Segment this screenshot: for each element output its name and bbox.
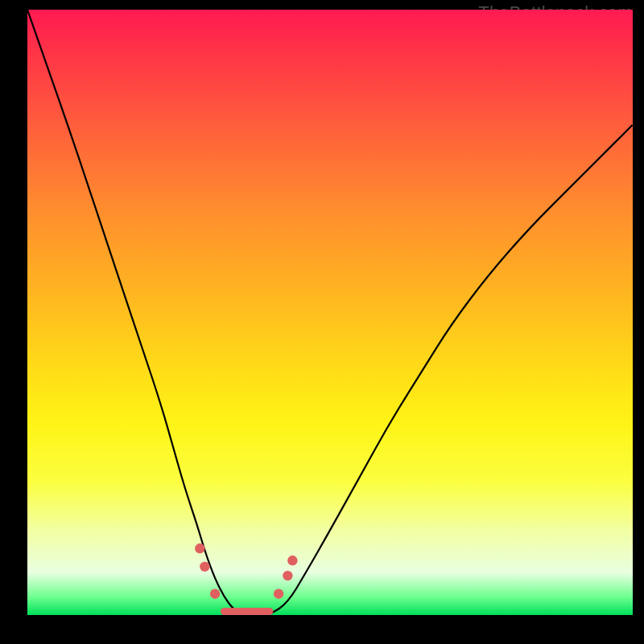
marker-dot: [200, 562, 209, 572]
marker-dot: [195, 543, 204, 553]
marker-dot: [210, 588, 220, 598]
marker-dot: [274, 588, 283, 598]
marker-dot: [287, 555, 297, 565]
bottleneck-curve: [27, 10, 633, 615]
highlight-markers: [195, 543, 297, 611]
marker-dot: [283, 571, 292, 580]
chart-frame: TheBottleneck.com: [0, 0, 644, 644]
plot-area: [27, 10, 633, 615]
curve-svg: [27, 10, 633, 615]
